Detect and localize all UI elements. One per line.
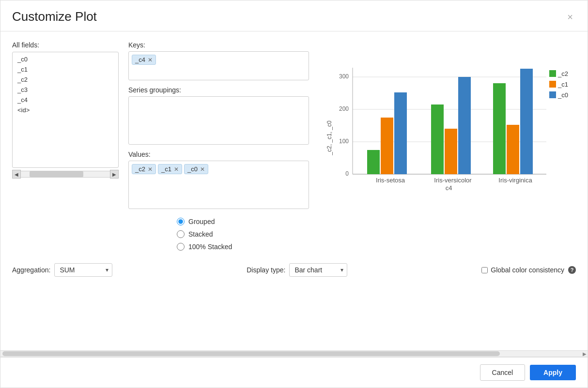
- radio-stacked-input[interactable]: [177, 230, 185, 238]
- radio-100-stacked[interactable]: 100% Stacked: [177, 243, 232, 251]
- field-item-c1[interactable]: _c1: [13, 64, 118, 75]
- value-tag-c0-remove[interactable]: ✕: [200, 166, 205, 172]
- field-item-c3[interactable]: _c3: [13, 85, 118, 95]
- display-type-select-wrapper: Bar chart Line chart Scatter plot Pie ch…: [289, 263, 347, 277]
- bar-g2-c0: [458, 77, 471, 174]
- y-axis-title: _c2, _c1, _c0: [326, 120, 333, 156]
- scroll-right-arrow[interactable]: ▶: [110, 170, 119, 179]
- middle-panel: Keys: _c4 ✕ Series groupings: Values:: [119, 41, 319, 209]
- aggregation-select[interactable]: SUM AVG MIN MAX COUNT: [54, 263, 112, 277]
- legend-label-c0: _c0: [557, 91, 568, 99]
- bar-g3-c0: [520, 69, 533, 174]
- bar-g3-c1: [507, 125, 519, 174]
- key-tag-c4: _c4 ✕: [132, 55, 156, 65]
- global-color-checkbox[interactable]: [481, 267, 488, 273]
- value-tag-c2-text: _c2: [135, 165, 145, 173]
- radio-grouped-label: Grouped: [188, 218, 215, 225]
- legend-swatch-c2: [549, 70, 556, 77]
- svg-text:300: 300: [339, 73, 348, 80]
- value-tag-c0: _c0 ✕: [184, 164, 208, 174]
- top-section: All fields: _c0 _c1 _c2 _c3 _c4 <id> ◀ ▶: [12, 41, 576, 209]
- bottom-scroll-thumb: [2, 351, 500, 356]
- dialog-body: All fields: _c0 _c1 _c2 _c3 _c4 <id> ◀ ▶: [0, 31, 588, 350]
- scroll-left-arrow[interactable]: ◀: [12, 170, 21, 179]
- bar-g3-c2: [493, 83, 506, 174]
- legend-swatch-c1: [549, 81, 556, 88]
- series-label: Series groupings:: [128, 86, 309, 94]
- dialog-footer: Cancel Apply: [0, 357, 588, 388]
- keys-tag-box[interactable]: _c4 ✕: [128, 51, 309, 80]
- radio-stacked-label: Stacked: [188, 230, 213, 238]
- bottom-bar: Aggregation: SUM AVG MIN MAX COUNT Displ…: [12, 257, 576, 284]
- legend-swatch-c0: [549, 91, 556, 98]
- dialog-header: Customize Plot ×: [0, 0, 588, 31]
- radio-section: Grouped Stacked 100% Stacked: [177, 218, 576, 251]
- dialog-title: Customize Plot: [12, 9, 97, 24]
- apply-button[interactable]: Apply: [530, 365, 576, 380]
- bar-g2-c2: [431, 104, 444, 174]
- keys-section: Keys: _c4 ✕: [128, 41, 309, 80]
- chart-container: _c2, _c1, _c0 0 100 200 300: [324, 41, 576, 193]
- value-tag-c1-remove[interactable]: ✕: [174, 166, 179, 172]
- values-section: Values: _c2 ✕ _c1 ✕ _c0 ✕: [128, 150, 309, 209]
- x-label-iris-setosa: Iris-setosa: [376, 177, 405, 184]
- scroll-track[interactable]: [21, 171, 110, 178]
- values-tag-box[interactable]: _c2 ✕ _c1 ✕ _c0 ✕: [128, 161, 309, 209]
- bar-g1-c0: [394, 92, 407, 174]
- scroll-thumb: [30, 171, 83, 177]
- bar-g2-c1: [445, 129, 457, 174]
- fields-list: _c0 _c1 _c2 _c3 _c4 <id>: [12, 52, 119, 168]
- radio-100-stacked-label: 100% Stacked: [188, 243, 232, 251]
- legend-label-c2: _c2: [557, 70, 568, 77]
- radio-stacked[interactable]: Stacked: [177, 230, 213, 238]
- value-tag-c2-remove[interactable]: ✕: [148, 166, 153, 172]
- bar-g1-c2: [367, 150, 380, 174]
- values-label: Values:: [128, 150, 309, 158]
- value-tag-c2: _c2 ✕: [132, 164, 156, 174]
- display-type-label: Display type:: [247, 266, 285, 274]
- cancel-button[interactable]: Cancel: [480, 364, 526, 381]
- x-axis-title: _c4: [441, 184, 452, 191]
- radio-100-stacked-input[interactable]: [177, 243, 185, 251]
- global-color-label[interactable]: Global color consistency: [481, 266, 564, 274]
- key-tag-c4-remove[interactable]: ✕: [148, 57, 153, 63]
- bottom-scrollbar[interactable]: ▶: [0, 350, 588, 357]
- field-item-c4[interactable]: _c4: [13, 95, 118, 105]
- value-tag-c0-text: _c0: [187, 165, 198, 173]
- legend-label-c1: _c1: [557, 81, 568, 88]
- key-tag-c4-text: _c4: [135, 56, 145, 63]
- display-type-select[interactable]: Bar chart Line chart Scatter plot Pie ch…: [289, 263, 347, 277]
- global-color-text: Global color consistency: [491, 266, 564, 274]
- fields-scrollbar: ◀ ▶: [12, 170, 119, 179]
- x-label-iris-virginica: Iris-virginica: [498, 177, 532, 184]
- aggregation-section: Aggregation: SUM AVG MIN MAX COUNT: [12, 263, 112, 277]
- field-item-id[interactable]: <id>: [13, 105, 118, 115]
- bar-g1-c1: [381, 118, 393, 174]
- svg-text:200: 200: [339, 105, 348, 112]
- customize-plot-dialog: Customize Plot × All fields: _c0 _c1 _c2…: [0, 0, 588, 388]
- value-tag-c1: _c1 ✕: [158, 164, 182, 174]
- display-type-section: Display type: Bar chart Line chart Scatt…: [247, 263, 347, 277]
- bar-chart-svg: _c2, _c1, _c0 0 100 200 300: [324, 41, 575, 191]
- field-item-c0[interactable]: _c0: [13, 54, 118, 64]
- global-color-section: Global color consistency ?: [481, 266, 576, 274]
- aggregation-label: Aggregation:: [12, 266, 50, 274]
- keys-label: Keys:: [128, 41, 309, 49]
- svg-text:0: 0: [345, 170, 349, 177]
- series-tag-box[interactable]: [128, 96, 309, 145]
- all-fields-label: All fields:: [12, 41, 119, 49]
- value-tag-c1-text: _c1: [161, 165, 171, 173]
- aggregation-select-wrapper: SUM AVG MIN MAX COUNT: [54, 263, 112, 277]
- field-item-c2[interactable]: _c2: [13, 75, 118, 85]
- scroll-right-icon[interactable]: ▶: [583, 351, 587, 357]
- all-fields-panel: All fields: _c0 _c1 _c2 _c3 _c4 <id> ◀ ▶: [12, 41, 119, 179]
- radio-grouped-input[interactable]: [177, 218, 185, 225]
- x-label-iris-versicolor: Iris-versicolor: [434, 177, 472, 184]
- svg-text:100: 100: [339, 138, 348, 145]
- help-icon[interactable]: ?: [568, 266, 576, 274]
- radio-grouped[interactable]: Grouped: [177, 218, 215, 225]
- series-section: Series groupings:: [128, 86, 309, 145]
- close-button[interactable]: ×: [564, 11, 576, 23]
- chart-panel: _c2, _c1, _c0 0 100 200 300: [319, 41, 576, 193]
